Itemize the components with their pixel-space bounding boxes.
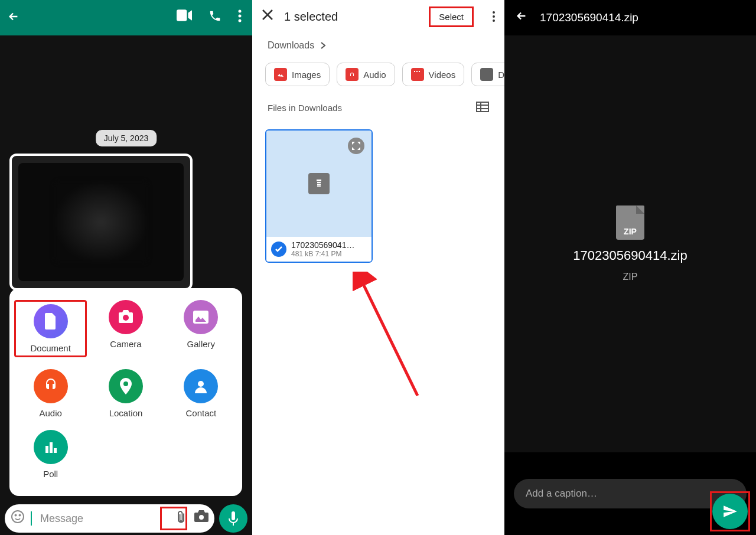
- svg-rect-8: [45, 446, 48, 453]
- picker-header: 1 selected Select: [252, 0, 504, 33]
- image-icon: [274, 68, 287, 81]
- message-input-bar: Message: [0, 502, 252, 535]
- file-name: 170230569041…: [291, 240, 354, 250]
- svg-point-7: [198, 381, 204, 387]
- document-label: Document: [30, 343, 70, 353]
- preview-header: 1702305690414.zip: [504, 0, 756, 35]
- svg-point-12: [15, 515, 17, 516]
- svg-line-29: [361, 280, 418, 396]
- chip-audio-label: Audio: [363, 70, 386, 80]
- voice-call-icon[interactable]: [208, 9, 221, 26]
- zip-badge: ZIP: [624, 227, 637, 236]
- chip-videos[interactable]: Videos: [402, 63, 465, 86]
- svg-point-1: [239, 10, 242, 13]
- preview-footer: Add a caption…: [504, 452, 756, 535]
- send-preview-panel: 1702305690414.zip ZIP 1702305690414.zip …: [504, 0, 756, 535]
- camera-label: Camera: [110, 339, 141, 349]
- svg-rect-27: [317, 184, 321, 185]
- svg-point-2: [239, 15, 242, 18]
- svg-point-3: [239, 19, 242, 22]
- svg-rect-10: [54, 448, 57, 453]
- svg-rect-26: [317, 182, 321, 183]
- section-label: Files in Downloads: [268, 103, 342, 113]
- back-icon[interactable]: [7, 10, 25, 25]
- attachment-sheet: Document Camera Gallery Audio: [9, 288, 242, 496]
- preview-filetype: ZIP: [623, 272, 638, 282]
- chip-images[interactable]: Images: [265, 63, 330, 86]
- svg-point-13: [19, 515, 21, 516]
- emoji-icon[interactable]: [11, 510, 25, 527]
- message-input[interactable]: Message: [5, 504, 214, 533]
- svg-rect-28: [317, 185, 321, 187]
- date-chip: July 5, 2023: [96, 130, 157, 146]
- caption-placeholder: Add a caption…: [526, 488, 597, 500]
- svg-point-11: [12, 511, 24, 523]
- file-meta: 481 kB 7:41 PM: [291, 250, 354, 258]
- back-icon[interactable]: [515, 9, 528, 26]
- file-picker-panel: 1 selected Select Downloads Images Audio: [252, 0, 504, 535]
- attach-contact[interactable]: Contact: [165, 369, 237, 418]
- svg-point-14: [199, 515, 204, 520]
- check-icon: [271, 242, 286, 257]
- headphone-icon: [346, 68, 359, 81]
- svg-rect-15: [276, 71, 285, 78]
- chip-audio[interactable]: Audio: [337, 63, 395, 86]
- svg-rect-21: [477, 102, 488, 112]
- zip-file-icon: ZIP: [616, 205, 644, 240]
- preview-title: 1702305690414.zip: [540, 11, 638, 24]
- chip-documents[interactable]: Doc: [471, 63, 504, 86]
- svg-point-6: [123, 381, 128, 386]
- filter-chips: Images Audio Videos Doc: [252, 58, 504, 91]
- attach-poll[interactable]: Poll: [14, 430, 87, 479]
- attach-document[interactable]: Document: [14, 300, 87, 357]
- selected-title: 1 selected: [284, 10, 418, 24]
- attach-camera[interactable]: Camera: [89, 300, 162, 357]
- location-icon: [109, 369, 143, 403]
- preview-filename: 1702305690414.zip: [573, 248, 687, 263]
- attach-gallery[interactable]: Gallery: [165, 300, 237, 357]
- gallery-label: Gallery: [187, 339, 216, 349]
- annotation-arrow: [353, 272, 429, 407]
- breadcrumb[interactable]: Downloads: [252, 33, 504, 58]
- svg-rect-0: [177, 9, 187, 21]
- chat-header: [0, 0, 252, 35]
- poll-icon: [34, 430, 68, 464]
- breadcrumb-label: Downloads: [268, 40, 314, 51]
- svg-point-16: [348, 70, 356, 79]
- svg-point-4: [123, 315, 129, 321]
- svg-rect-18: [414, 71, 415, 72]
- audio-icon: [34, 369, 68, 403]
- message-bubble[interactable]: ↓ 21 MB: [9, 154, 193, 291]
- contact-label: Contact: [185, 408, 216, 418]
- chip-documents-label: Doc: [498, 70, 504, 80]
- zip-thumb-icon: [308, 173, 330, 194]
- svg-rect-9: [50, 442, 53, 453]
- attach-location[interactable]: Location: [89, 369, 162, 418]
- poll-label: Poll: [43, 469, 58, 479]
- close-icon[interactable]: [262, 9, 273, 24]
- mic-button[interactable]: [219, 504, 247, 533]
- section-header: Files in Downloads: [252, 91, 504, 125]
- list-view-icon[interactable]: [476, 102, 489, 114]
- send-button[interactable]: [712, 494, 748, 529]
- fullscreen-icon[interactable]: [348, 138, 364, 154]
- more-icon[interactable]: [238, 9, 242, 26]
- video-call-icon[interactable]: [177, 9, 192, 26]
- highlight-attach: [160, 507, 187, 530]
- chip-videos-label: Videos: [429, 70, 456, 80]
- select-button[interactable]: Select: [429, 6, 474, 27]
- chip-images-label: Images: [292, 70, 321, 80]
- location-label: Location: [109, 408, 143, 418]
- file-card[interactable]: 170230569041… 481 kB 7:41 PM: [265, 129, 373, 263]
- message-placeholder: Message: [40, 513, 170, 525]
- gallery-icon: [184, 300, 218, 334]
- document-icon: [34, 304, 68, 338]
- more-icon[interactable]: [493, 11, 495, 22]
- audio-label: Audio: [39, 408, 61, 418]
- camera-icon: [109, 300, 143, 334]
- svg-rect-20: [419, 71, 420, 72]
- camera-input-icon[interactable]: [194, 510, 208, 527]
- svg-rect-19: [416, 71, 418, 72]
- attach-audio[interactable]: Audio: [14, 369, 87, 418]
- video-icon: [411, 68, 424, 81]
